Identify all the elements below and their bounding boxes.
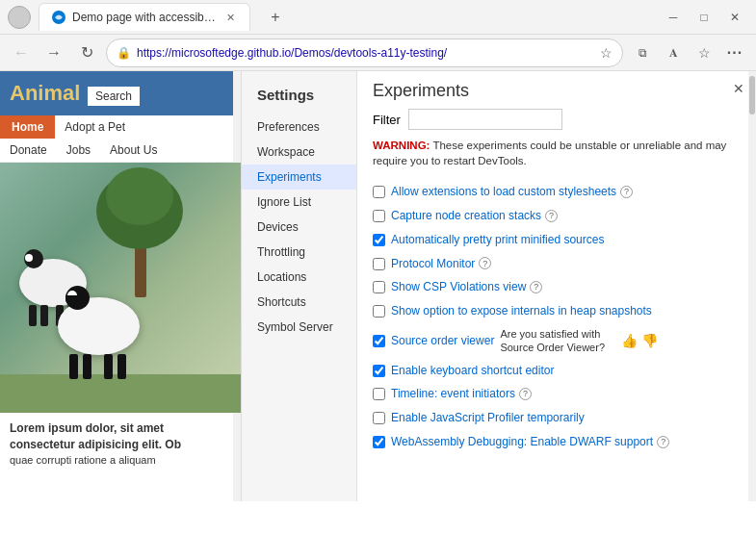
window-controls-left: [8, 6, 31, 29]
website-hero-image: [0, 163, 241, 413]
new-tab-button[interactable]: +: [262, 4, 289, 31]
nav-home[interactable]: Home: [0, 115, 55, 139]
close-button[interactable]: ✕: [721, 4, 748, 31]
website-search[interactable]: Search: [88, 87, 140, 106]
website-panel: Animal Search Home Adopt a Pet Donate Jo…: [0, 71, 241, 501]
thumb-buttons: 👍 👎: [621, 333, 658, 348]
help-icon-wasm[interactable]: ?: [657, 436, 669, 448]
sidebar-item-symbol-server[interactable]: Symbol Server: [242, 315, 356, 340]
checkbox-label-timeline: Timeline: event initiators ?: [391, 386, 532, 402]
checkbox-label-expose-internals: Show option to expose internals in heap …: [391, 303, 652, 319]
help-icon-timeline[interactable]: ?: [519, 388, 532, 400]
checkbox-section: Allow extensions to load custom styleshe…: [357, 176, 756, 458]
checkbox-row-extensions: Allow extensions to load custom styleshe…: [373, 180, 741, 204]
browser-window: Demo page with accessibility iss... ✕ + …: [0, 0, 756, 501]
checkbox-extensions[interactable]: [373, 186, 385, 198]
address-bar[interactable]: 🔒 https://microsoftedge.github.io/Demos/…: [106, 38, 623, 67]
settings-scrollbar[interactable]: [748, 71, 756, 501]
help-icon-csp[interactable]: ?: [530, 281, 542, 293]
minimize-button[interactable]: ─: [660, 4, 687, 31]
page-content: Animal Search Home Adopt a Pet Donate Jo…: [0, 71, 756, 501]
checkbox-label-csp: Show CSP Violations view ?: [391, 279, 542, 295]
checkbox-label-keyboard-shortcut: Enable keyboard shortcut editor: [391, 363, 554, 379]
website-body: quae corrupti ratione a aliquam: [10, 453, 231, 468]
sidebar-item-ignore-list[interactable]: Ignore List: [242, 190, 356, 215]
filter-label: Filter: [373, 113, 401, 127]
checkbox-csp[interactable]: [373, 281, 385, 293]
checkbox-label-extensions: Allow extensions to load custom styleshe…: [391, 184, 633, 200]
more-button[interactable]: ···: [721, 39, 748, 66]
ground: [0, 374, 241, 413]
sidebar-item-preferences[interactable]: Preferences: [242, 114, 356, 140]
website-brand: Animal: [10, 81, 80, 105]
source-order-description: Are you satisfied with Source Order View…: [500, 327, 615, 355]
checkbox-expose-internals[interactable]: [373, 305, 385, 318]
checkbox-row-csp: Show CSP Violations view ?: [373, 275, 741, 299]
split-screen-button[interactable]: ⧉: [629, 39, 656, 66]
checkbox-row-wasm: WebAssembly Debugging: Enable DWARF supp…: [373, 430, 741, 454]
profile-avatar[interactable]: [8, 6, 31, 29]
lock-icon: 🔒: [117, 46, 131, 60]
nav-adopt[interactable]: Adopt a Pet: [55, 115, 135, 139]
filter-row: Filter: [357, 109, 756, 138]
checkbox-timeline[interactable]: [373, 388, 385, 400]
devtools-settings-panel: Settings Preferences Workspace Experimen…: [241, 71, 756, 501]
checkbox-keyboard-shortcut[interactable]: [373, 365, 385, 377]
checkbox-label-wasm: WebAssembly Debugging: Enable DWARF supp…: [391, 434, 669, 450]
nav-jobs[interactable]: Jobs: [57, 139, 100, 162]
checkbox-row-expose-internals: Show option to expose internals in heap …: [373, 299, 741, 323]
checkbox-row-keyboard-shortcut: Enable keyboard shortcut editor: [373, 359, 741, 383]
checkbox-source-order[interactable]: [373, 335, 385, 347]
thumbs-up-button[interactable]: 👍: [621, 333, 638, 348]
nav-donate[interactable]: Donate: [0, 139, 57, 162]
warning-word: WARNING:: [373, 140, 430, 151]
forward-button[interactable]: →: [40, 39, 67, 66]
website-nav: Home Adopt a Pet: [0, 115, 241, 139]
nav-about[interactable]: About Us: [100, 139, 167, 162]
back-button[interactable]: ←: [8, 39, 35, 66]
sidebar-item-locations[interactable]: Locations: [242, 265, 356, 290]
sidebar-item-throttling[interactable]: Throttling: [242, 240, 356, 265]
tab-close-button[interactable]: ✕: [223, 11, 238, 25]
checkbox-label-js-profiler: Enable JavaScript Profiler temporarily: [391, 410, 585, 426]
tab-favicon: [51, 10, 66, 25]
checkbox-label-node-creation: Capture node creation stacks ?: [391, 208, 558, 224]
thumbs-down-button[interactable]: 👎: [641, 333, 658, 348]
filter-input[interactable]: [408, 109, 562, 130]
favorites-button[interactable]: ☆: [691, 39, 717, 66]
help-icon-extensions[interactable]: ?: [620, 186, 633, 198]
settings-close-button[interactable]: ✕: [729, 79, 748, 98]
checkbox-js-profiler[interactable]: [373, 412, 385, 424]
maximize-button[interactable]: □: [691, 4, 717, 31]
help-icon-node-creation[interactable]: ?: [545, 210, 558, 222]
settings-scrollbar-thumb[interactable]: [749, 76, 755, 114]
source-order-label: Source order viewer: [391, 334, 494, 347]
experiments-title: Experiments: [357, 71, 756, 109]
sidebar-item-workspace[interactable]: Workspace: [242, 140, 356, 165]
checkbox-protocol-monitor[interactable]: [373, 258, 385, 270]
settings-sidebar-title: Settings: [242, 79, 356, 114]
checkbox-wasm[interactable]: [373, 436, 385, 448]
tab-title: Demo page with accessibility iss...: [72, 11, 218, 24]
website-nav-row2: Donate Jobs About Us: [0, 139, 241, 163]
checkbox-label-pretty-print: Automatically pretty print minified sour…: [391, 232, 604, 248]
sidebar-item-devices[interactable]: Devices: [242, 215, 356, 240]
tree-leaves-2: [106, 167, 173, 225]
title-bar: Demo page with accessibility iss... ✕ + …: [0, 0, 756, 35]
checkbox-pretty-print[interactable]: [373, 234, 385, 246]
active-tab[interactable]: Demo page with accessibility iss... ✕: [39, 3, 250, 31]
url-display: https://microsoftedge.github.io/Demos/de…: [137, 46, 594, 60]
sheep-2: [58, 297, 140, 355]
settings-sidebar: Settings Preferences Workspace Experimen…: [242, 71, 357, 501]
sidebar-item-experiments[interactable]: Experiments: [242, 165, 356, 190]
checkbox-row-timeline: Timeline: event initiators ?: [373, 382, 741, 406]
bookmark-icon[interactable]: ☆: [600, 45, 613, 61]
source-order-row: Source order viewer Are you satisfied wi…: [373, 323, 741, 359]
reload-button[interactable]: ↻: [73, 39, 100, 66]
sidebar-item-shortcuts[interactable]: Shortcuts: [242, 290, 356, 315]
read-aloud-button[interactable]: 𝐀: [660, 39, 687, 66]
checkbox-row-js-profiler: Enable JavaScript Profiler temporarily: [373, 406, 741, 430]
help-icon-protocol-monitor[interactable]: ?: [479, 257, 491, 269]
checkbox-node-creation[interactable]: [373, 210, 385, 222]
website-text: Lorem ipsum dolor, sit amet consectetur …: [0, 413, 241, 475]
